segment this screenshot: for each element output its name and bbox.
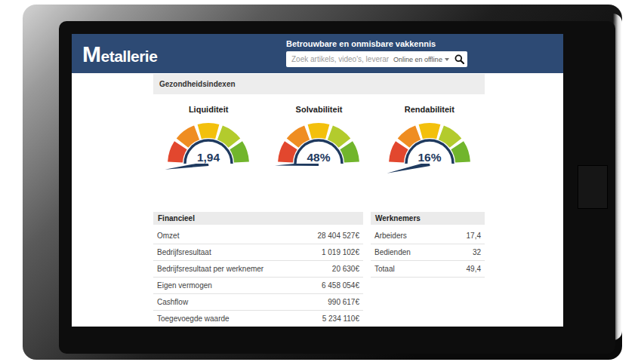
gauge-value: 16%: [418, 151, 441, 164]
tablet-screen: Metallerie Betrouwbare en onmisbare vakk…: [72, 34, 563, 327]
row-label: Toegevoegde waarde: [157, 314, 230, 323]
row-value: 49,4: [467, 265, 481, 273]
search-button[interactable]: [454, 54, 464, 64]
row-value: 1 019 102€: [322, 248, 359, 256]
search-icon: [454, 54, 464, 64]
table-title: Werknemers: [371, 212, 485, 225]
gauge-label: Solvabiliteit: [263, 105, 374, 114]
logo-rest: etallerie: [101, 48, 158, 65]
chevron-down-icon[interactable]: [445, 58, 449, 61]
search-scope-dropdown[interactable]: Online en offline: [389, 56, 445, 63]
gauge-label: Rendabiliteit: [374, 105, 485, 114]
table-financieel: Financieel Omzet 28 404 527€ Bedrijfsres…: [153, 212, 363, 327]
table-row: Bedrijfsresultaat 1 019 102€: [153, 244, 363, 261]
tablet-camera: [578, 165, 608, 209]
row-label: Omzet: [157, 232, 179, 240]
search-input[interactable]: [286, 55, 389, 63]
site-header: Metallerie Betrouwbare en onmisbare vakk…: [72, 34, 563, 73]
section-header-gezondheidsindexen: Gezondheidsindexen: [153, 74, 485, 94]
row-label: Bedienden: [374, 248, 411, 256]
table-row: Bedrijfsresultaat per werknemer 20 630€: [153, 261, 363, 278]
row-value: 6 458 054€: [322, 281, 359, 290]
row-value: 32: [473, 248, 481, 256]
row-label: Arbeiders: [374, 232, 407, 240]
gauges-row: Liquiditeit1,94Solvabiliteit48%Rendabili…: [153, 105, 485, 177]
table-row: Toegevoegde waarde 5 234 110€: [153, 311, 363, 327]
table-row: Totaal 49,4: [371, 261, 485, 278]
table-werknemers: Werknemers Arbeiders 17,4 Bedienden 32 T…: [371, 212, 485, 327]
row-value: 5 234 110€: [322, 314, 359, 323]
table-row: Arbeiders 17,4: [371, 228, 485, 244]
gauge-value: 48%: [307, 151, 331, 164]
row-value: 990 617€: [328, 298, 359, 306]
search-box: Online en offline: [286, 51, 467, 67]
row-label: Eigen vermogen: [157, 281, 212, 290]
gauge-label: Liquiditeit: [153, 105, 263, 114]
table-title: Financieel: [153, 212, 363, 225]
gauge-solvabiliteit: Solvabiliteit48%: [263, 105, 374, 177]
row-label: Bedrijfsresultaat per werknemer: [157, 265, 263, 273]
logo-letter-m: M: [82, 41, 101, 66]
table-row: Cashflow 990 617€: [153, 294, 363, 311]
table-row: Bedienden 32: [371, 244, 485, 261]
row-label: Bedrijfsresultaat: [157, 248, 211, 256]
table-row: Eigen vermogen 6 458 054€: [153, 278, 363, 294]
row-value: 28 404 527€: [317, 232, 359, 240]
header-tagline: Betrouwbare en onmisbare vakkennis: [286, 39, 467, 48]
gauge-rendabiliteit: Rendabiliteit16%: [374, 105, 485, 177]
row-label: Cashflow: [157, 298, 188, 306]
row-label: Totaal: [374, 265, 395, 273]
gauge-liquiditeit: Liquiditeit1,94: [153, 105, 263, 177]
tables-row: Financieel Omzet 28 404 527€ Bedrijfsres…: [153, 212, 485, 327]
row-value: 20 630€: [332, 265, 359, 273]
gauge-value: 1,94: [197, 151, 220, 164]
header-center: Betrouwbare en onmisbare vakkennis Onlin…: [286, 39, 467, 67]
row-value: 17,4: [467, 232, 481, 240]
table-row: Omzet 28 404 527€: [153, 228, 363, 244]
metallerie-logo[interactable]: Metallerie: [82, 41, 157, 67]
tablet-frame: Metallerie Betrouwbare en onmisbare vakk…: [23, 5, 622, 360]
